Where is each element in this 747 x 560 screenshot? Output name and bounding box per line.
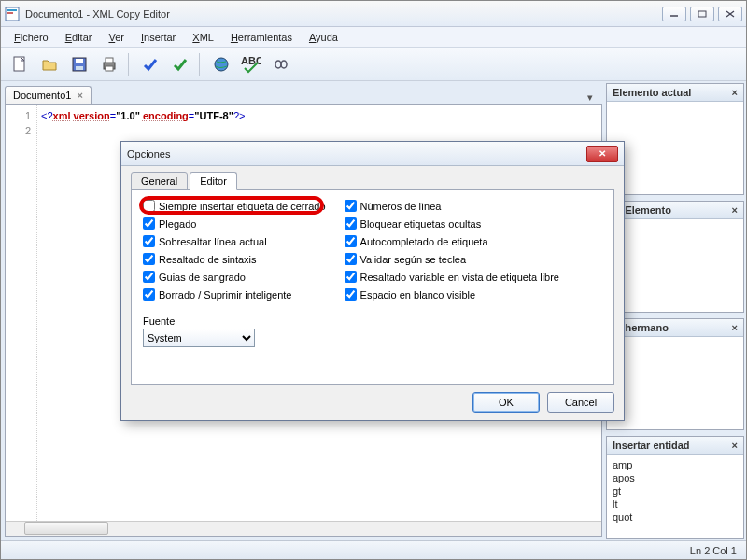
tab-general[interactable]: General <box>131 172 188 190</box>
svg-rect-9 <box>76 59 83 63</box>
opt-resaltado-variable[interactable]: Resaltado variable en vista de etiqueta … <box>345 271 559 283</box>
fuente-label: Fuente <box>143 315 326 327</box>
panel-insertar-entidad: Insertar entidad× amp apos gt lt quot <box>606 436 744 539</box>
menu-fichero[interactable]: Fichero <box>7 30 56 45</box>
options-dialog: Opciones ✕ General Editor Siempre insert… <box>120 141 625 421</box>
statusbar: Ln 2 Col 1 <box>1 540 746 559</box>
cursor-position: Ln 2 Col 1 <box>690 545 737 556</box>
globe-icon[interactable] <box>208 51 234 77</box>
entity-item[interactable]: lt <box>613 497 738 511</box>
opt-close-tag[interactable]: Siempre insertar etiqueta de cerrado <box>143 200 326 212</box>
maximize-button[interactable] <box>690 7 714 21</box>
dialog-title: Opciones <box>127 148 586 160</box>
svg-rect-12 <box>106 58 113 63</box>
svg-rect-1 <box>7 9 17 11</box>
entity-item[interactable]: amp <box>613 458 738 471</box>
horizontal-scrollbar[interactable] <box>6 521 601 536</box>
menu-editar[interactable]: Editar <box>58 30 100 45</box>
svg-point-14 <box>215 58 228 71</box>
titlebar: Documento1 - XML Copy Editor <box>1 1 746 27</box>
tab-close-icon[interactable]: × <box>77 90 82 101</box>
link-icon[interactable] <box>268 51 294 77</box>
tabs-dropdown-icon[interactable]: ▾ <box>587 91 602 104</box>
panel-close-icon[interactable]: × <box>732 204 738 216</box>
opt-sintaxis[interactable]: Resaltado de sintaxis <box>143 253 326 265</box>
minimize-button[interactable] <box>662 7 686 21</box>
opt-plegado[interactable]: Plegado <box>143 217 326 230</box>
svg-rect-4 <box>698 11 706 17</box>
opt-lineas[interactable]: Números de línea <box>345 200 559 212</box>
app-icon <box>5 7 20 21</box>
svg-rect-13 <box>106 66 113 71</box>
svg-point-17 <box>281 61 287 68</box>
dialog-close-button[interactable]: ✕ <box>586 146 618 162</box>
save-icon[interactable] <box>66 51 92 77</box>
svg-rect-10 <box>76 66 83 70</box>
cancel-button[interactable]: Cancel <box>547 392 614 413</box>
svg-rect-2 <box>7 12 13 14</box>
line-gutter: 1 2 <box>6 105 37 536</box>
opt-validar[interactable]: Validar según se teclea <box>345 253 559 265</box>
document-tab-label: Documento1 <box>13 90 71 101</box>
check-blue-icon[interactable] <box>137 51 163 77</box>
opt-sangrado[interactable]: Guias de sangrado <box>143 271 326 283</box>
panel-insertar-elemento: ar Elemento× <box>606 201 744 313</box>
opt-borrado[interactable]: Borrado / Suprimir inteligente <box>143 288 326 301</box>
panel-close-icon[interactable]: × <box>732 440 738 451</box>
dialog-page-editor: Siempre insertar etiqueta de cerrado Ple… <box>131 189 614 385</box>
menubar: Fichero Editar Ver Insertar XML Herramie… <box>1 27 746 48</box>
menu-ayuda[interactable]: Ayuda <box>302 30 345 45</box>
menu-ver[interactable]: Ver <box>101 30 132 45</box>
fuente-select[interactable]: System <box>143 329 255 347</box>
print-icon[interactable] <box>96 51 122 77</box>
svg-point-16 <box>275 61 281 68</box>
opt-autocompletado[interactable]: Autocompletado de etiqueta <box>345 235 559 247</box>
menu-xml[interactable]: XML <box>185 30 221 45</box>
entity-item[interactable]: gt <box>613 484 738 497</box>
menu-herramientas[interactable]: Herramientas <box>223 30 300 45</box>
menu-insertar[interactable]: Insertar <box>134 30 183 45</box>
opt-sobresaltar[interactable]: Sobresaltar línea actual <box>143 235 326 247</box>
window-title: Documento1 - XML Copy Editor <box>25 8 662 20</box>
entity-item[interactable]: quot <box>613 511 738 524</box>
ok-button[interactable]: OK <box>472 392 540 413</box>
spellcheck-icon[interactable]: ABC <box>238 51 264 77</box>
svg-text:ABC: ABC <box>241 55 261 66</box>
tab-editor[interactable]: Editor <box>190 172 237 190</box>
panel-elemento-actual: Elemento actual× <box>606 83 744 195</box>
opt-espacio[interactable]: Espacio en blanco visible <box>345 288 559 301</box>
open-file-icon[interactable] <box>36 51 63 77</box>
close-button[interactable] <box>718 7 742 21</box>
panel-insertar-hermano: ar hermano× <box>606 318 744 430</box>
panel-close-icon[interactable]: × <box>732 322 738 333</box>
document-tab[interactable]: Documento1 × <box>5 86 92 104</box>
new-file-icon[interactable] <box>7 51 33 77</box>
main-window: Documento1 - XML Copy Editor Fichero Edi… <box>0 0 747 560</box>
check-green-icon[interactable] <box>167 51 193 77</box>
opt-bloquear[interactable]: Bloquear etiquetas ocultas <box>345 217 559 230</box>
toolbar: ABC <box>1 48 746 81</box>
entity-item[interactable]: apos <box>613 471 738 484</box>
panel-close-icon[interactable]: × <box>732 87 738 98</box>
